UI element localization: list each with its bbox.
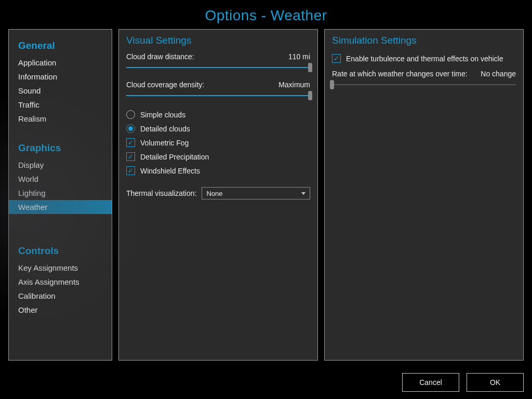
cloud-coverage-density-label: Cloud coverage density: bbox=[126, 81, 204, 89]
weather-change-rate-label: Rate at which weather changes over time: bbox=[332, 70, 468, 78]
sidebar-item-label: Other bbox=[18, 305, 38, 314]
dropdown-value: None bbox=[206, 190, 222, 197]
sidebar-item-label: Application bbox=[18, 58, 56, 67]
sidebar-item-lighting[interactable]: Lighting bbox=[9, 186, 112, 200]
detailed-clouds-radio[interactable]: Detailed clouds bbox=[126, 122, 310, 136]
visual-settings-heading: Visual Settings bbox=[126, 35, 310, 51]
sidebar-item-label: Axis Assignments bbox=[18, 277, 79, 286]
cloud-draw-distance-value: 110 mi bbox=[288, 52, 310, 61]
radio-label: Detailed clouds bbox=[140, 125, 190, 133]
radio-icon bbox=[126, 124, 135, 133]
checkbox-icon bbox=[126, 138, 135, 147]
sidebar-item-other[interactable]: Other bbox=[9, 303, 112, 317]
sidebar-item-label: Traffic bbox=[18, 100, 39, 109]
checkbox-label: Volumetric Fog bbox=[140, 139, 189, 147]
sidebar-item-label: Sound bbox=[18, 86, 41, 95]
sidebar-item-traffic[interactable]: Traffic bbox=[9, 98, 112, 112]
sidebar-item-label: World bbox=[18, 175, 38, 183]
ok-button[interactable]: OK bbox=[467, 373, 524, 392]
sidebar-item-label: Calibration bbox=[18, 291, 56, 300]
checkbox-icon bbox=[332, 54, 341, 63]
sidebar-item-realism[interactable]: Realism bbox=[9, 112, 112, 126]
sidebar-item-label: Weather bbox=[18, 203, 47, 211]
simulation-settings-heading: Simulation Settings bbox=[332, 35, 516, 51]
sidebar-item-label: Display bbox=[18, 161, 44, 169]
cloud-coverage-density-value: Maximum bbox=[278, 81, 310, 89]
chevron-down-icon bbox=[301, 192, 305, 195]
sidebar-item-axis-assignments[interactable]: Axis Assignments bbox=[9, 275, 112, 289]
thermal-visualization-label: Thermal visualization: bbox=[126, 189, 196, 197]
cloud-coverage-density-slider[interactable] bbox=[126, 92, 310, 99]
sidebar: General Application Information Sound Tr… bbox=[8, 29, 112, 361]
sidebar-item-display[interactable]: Display bbox=[9, 158, 112, 172]
sidebar-item-label: Lighting bbox=[18, 189, 46, 197]
checkbox-icon bbox=[126, 166, 135, 175]
thermal-visualization-dropdown[interactable]: None bbox=[202, 187, 310, 200]
enable-turbulence-checkbox[interactable]: Enable turbulence and thermal effects on… bbox=[332, 51, 516, 65]
sidebar-item-key-assignments[interactable]: Key Assignments bbox=[9, 261, 112, 275]
visual-settings-panel: Visual Settings Cloud draw distance: 110… bbox=[118, 29, 318, 361]
simple-clouds-radio[interactable]: Simple clouds bbox=[126, 108, 310, 122]
checkbox-icon bbox=[126, 152, 135, 161]
checkbox-label: Windshield Effects bbox=[140, 167, 200, 175]
sidebar-item-world[interactable]: World bbox=[9, 172, 112, 186]
weather-change-rate-slider[interactable] bbox=[332, 81, 516, 88]
weather-change-rate-value: No change bbox=[481, 70, 516, 78]
volumetric-fog-checkbox[interactable]: Volumetric Fog bbox=[126, 136, 310, 150]
radio-icon bbox=[126, 110, 135, 119]
windshield-effects-checkbox[interactable]: Windshield Effects bbox=[126, 164, 310, 178]
checkbox-label: Detailed Precipitation bbox=[140, 153, 209, 161]
button-label: OK bbox=[490, 378, 500, 387]
cloud-draw-distance-label: Cloud draw distance: bbox=[126, 52, 194, 61]
sidebar-section-controls: Controls bbox=[9, 240, 112, 261]
sidebar-item-label: Realism bbox=[18, 114, 46, 123]
detailed-precipitation-checkbox[interactable]: Detailed Precipitation bbox=[126, 150, 310, 164]
sidebar-section-general: General bbox=[9, 35, 112, 56]
radio-label: Simple clouds bbox=[140, 111, 185, 119]
button-label: Cancel bbox=[419, 378, 442, 387]
sidebar-item-sound[interactable]: Sound bbox=[9, 84, 112, 98]
sidebar-item-calibration[interactable]: Calibration bbox=[9, 289, 112, 303]
sidebar-item-label: Key Assignments bbox=[18, 263, 78, 272]
sidebar-section-graphics: Graphics bbox=[9, 137, 112, 158]
sidebar-item-application[interactable]: Application bbox=[9, 56, 112, 70]
sidebar-item-information[interactable]: Information bbox=[9, 70, 112, 84]
sidebar-item-label: Information bbox=[18, 72, 57, 81]
page-title: Options - Weather bbox=[0, 0, 532, 29]
simulation-settings-panel: Simulation Settings Enable turbulence an… bbox=[324, 29, 524, 361]
checkbox-label: Enable turbulence and thermal effects on… bbox=[346, 55, 503, 63]
cancel-button[interactable]: Cancel bbox=[402, 373, 459, 392]
cloud-draw-distance-slider[interactable] bbox=[126, 64, 310, 71]
sidebar-item-weather[interactable]: Weather bbox=[9, 200, 112, 214]
